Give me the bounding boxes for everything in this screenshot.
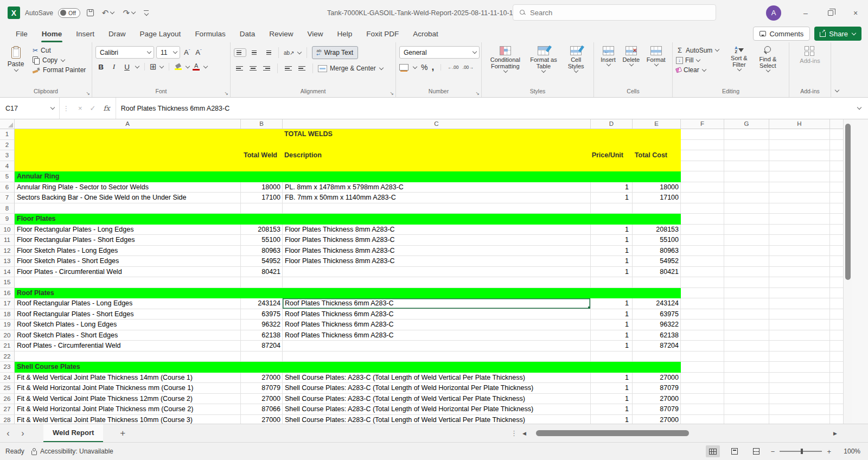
align-left-button[interactable]	[234, 65, 245, 72]
cell-c3[interactable]: Description	[282, 150, 590, 161]
ribbon-tab-data[interactable]: Data	[233, 25, 263, 42]
cell-a17[interactable]: Roof Rectangular Plates - Long Edges	[15, 298, 241, 309]
ribbon-tab-foxit-pdf[interactable]: Foxit PDF	[359, 25, 406, 42]
cell-e28[interactable]: 27000	[633, 415, 681, 424]
cell-b10[interactable]: 208153	[241, 225, 283, 235]
increase-decimal-button[interactable]: ←.00	[448, 65, 458, 70]
row-header-4[interactable]: 4	[0, 161, 15, 172]
cell-g9[interactable]	[724, 214, 769, 225]
cell-c7[interactable]: FB. 7mm x 50mm x 1140mm A283-C	[283, 193, 591, 203]
cell-g15[interactable]	[724, 277, 769, 288]
cell-d22[interactable]	[591, 352, 633, 362]
cell-b8[interactable]	[241, 203, 283, 214]
cell-g22[interactable]	[724, 352, 769, 362]
cell-d26[interactable]: 1	[591, 394, 633, 405]
align-center-button[interactable]	[247, 65, 259, 72]
cell-a22[interactable]	[15, 352, 241, 362]
cell-g1[interactable]	[724, 129, 769, 140]
cell-c1[interactable]: TOTAL WELDS	[282, 129, 590, 140]
ribbon-tab-formulas[interactable]: Formulas	[188, 25, 232, 42]
cell-e15[interactable]	[633, 277, 681, 288]
cell-b7[interactable]: 17100	[241, 193, 283, 203]
cell-g19[interactable]	[724, 320, 769, 330]
cell-h7[interactable]	[769, 193, 830, 203]
row-header-5[interactable]: 5	[0, 171, 15, 182]
cell-f19[interactable]	[681, 320, 724, 330]
merged-band-row-5[interactable]: Annular Ring	[15, 171, 681, 182]
borders-button[interactable]: ⊞	[150, 62, 157, 72]
ribbon-tab-insert[interactable]: Insert	[69, 25, 101, 42]
cell-g10[interactable]	[724, 225, 769, 235]
cell-c25[interactable]: Shell Course Plates: A283-C (Total Lengt…	[283, 383, 591, 394]
cell-b22[interactable]	[241, 352, 283, 362]
enter-icon[interactable]: ✓	[90, 104, 96, 112]
chevron-down-icon[interactable]	[203, 63, 207, 68]
cell-h15[interactable]	[769, 277, 830, 288]
name-box[interactable]: C17	[0, 98, 60, 119]
column-header-g[interactable]: G	[724, 119, 769, 129]
cell-f27[interactable]	[681, 404, 724, 415]
cell-g28[interactable]	[724, 415, 769, 424]
row-header-2[interactable]: 2	[0, 140, 15, 151]
cell-b3[interactable]: Total Weld	[240, 150, 282, 161]
accounting-format-icon[interactable]	[399, 64, 409, 71]
cell-b25[interactable]: 87079	[241, 383, 283, 394]
formula-input[interactable]: Roof Plates Thickness 6mm A283-C	[116, 98, 857, 119]
cell-e21[interactable]: 87204	[633, 341, 681, 352]
cell-d7[interactable]: 1	[591, 193, 633, 203]
row-header-17[interactable]: 17	[0, 298, 15, 309]
cell-f21[interactable]	[681, 341, 724, 352]
row-header-28[interactable]: 28	[0, 415, 15, 424]
autosum-button[interactable]: ΣAutoSum	[676, 46, 719, 54]
italic-button[interactable]: I	[108, 62, 119, 71]
cell-c26[interactable]: Shell Course Plates: A283-C (Total Lengt…	[283, 394, 591, 405]
decrease-font-button[interactable]: Aˇ	[194, 48, 203, 56]
zoom-level[interactable]: 100%	[839, 448, 860, 455]
cell-d15[interactable]	[591, 277, 633, 288]
cell-g7[interactable]	[724, 193, 769, 203]
bold-button[interactable]: B	[95, 63, 106, 71]
merged-band-row-16[interactable]: Roof Plates	[15, 288, 681, 299]
accessibility-checker[interactable]: Accessibility: Unavailable	[30, 448, 113, 455]
cell-g27[interactable]	[724, 404, 769, 415]
ribbon-tab-file[interactable]: File	[9, 25, 35, 42]
cell-b19[interactable]: 96322	[241, 320, 283, 330]
cell-c21[interactable]	[283, 341, 591, 352]
cell-d14[interactable]: 1	[591, 267, 633, 278]
cell-h27[interactable]	[769, 404, 830, 415]
cell-f2[interactable]	[681, 140, 724, 151]
cell-d3[interactable]: Price/Unit	[590, 150, 632, 161]
horizontal-scrollbar-thumb[interactable]	[536, 430, 689, 436]
selected-cell-c17[interactable]: Roof Plates Thickness 6mm A283-C	[283, 298, 591, 309]
cell-g23[interactable]	[724, 362, 769, 373]
cell-c28[interactable]: Shell Course Plates: A283-C (Total Lengt…	[283, 415, 591, 424]
cell-f3[interactable]	[681, 150, 724, 161]
row-header-24[interactable]: 24	[0, 373, 15, 384]
cell-a9[interactable]: Floor Plates	[15, 214, 240, 225]
find-select-button[interactable]: Find & Select	[753, 45, 782, 88]
cell-g6[interactable]	[724, 182, 769, 193]
cell-g4[interactable]	[724, 161, 769, 172]
cell-a7[interactable]: Sectors Backing Bar - One Side Weld on t…	[15, 193, 241, 203]
merge-center-button[interactable]: Merge & Center	[318, 62, 384, 74]
autosave-toggle[interactable]: Off	[58, 8, 80, 18]
cell-f17[interactable]	[681, 298, 724, 309]
column-header-a[interactable]: A	[15, 119, 241, 129]
row-header-19[interactable]: 19	[0, 320, 15, 330]
cell-c24[interactable]: Shell Course Plates: A283-C (Total Lengt…	[283, 373, 591, 384]
cell-g13[interactable]	[724, 256, 769, 267]
percent-style-button[interactable]: %	[421, 63, 427, 72]
cell-h24[interactable]	[769, 373, 830, 384]
insert-cells-button[interactable]: ← Insert	[598, 45, 618, 88]
cell-e7[interactable]: 17100	[633, 193, 681, 203]
cell-a14[interactable]: Floor Plates - Circumferential Weld	[15, 267, 241, 278]
row-header-1[interactable]: 1	[0, 129, 15, 140]
cell-a19[interactable]: Roof Sketch Plates - Long Edges	[15, 320, 241, 330]
cell-e3[interactable]: Total Cost	[632, 150, 681, 161]
cell-h3[interactable]	[769, 150, 830, 161]
cell-e11[interactable]: 55100	[633, 235, 681, 246]
cell-a10[interactable]: Floor Rectangular Plates - Long Edges	[15, 225, 241, 235]
cell-a24[interactable]: Fit & Weld Vertical Joint Plate Thicknes…	[15, 373, 241, 384]
zoom-out-button[interactable]: −	[771, 448, 775, 456]
cell-h13[interactable]	[769, 256, 830, 267]
